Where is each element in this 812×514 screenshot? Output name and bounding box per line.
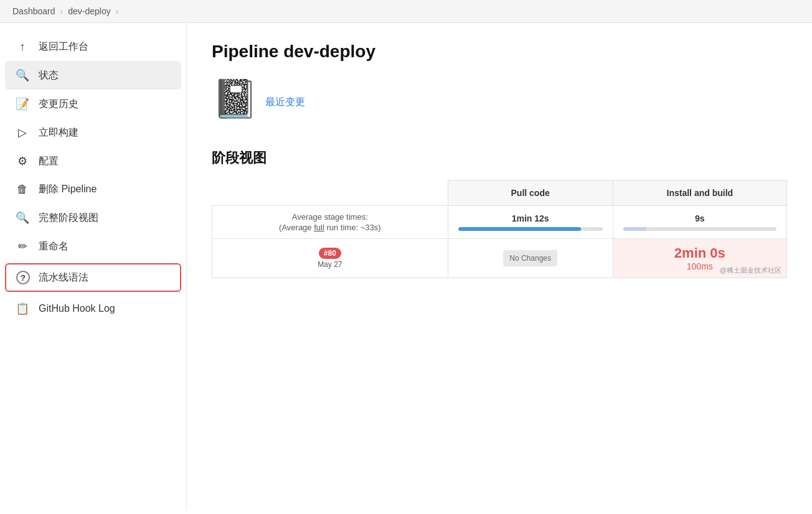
- build-time-1: 2min 0s: [674, 245, 725, 261]
- sidebar-item-hooklog-label: GitHub Hook Log: [39, 303, 115, 314]
- sidebar-item-status[interactable]: 🔍 状态: [5, 61, 181, 90]
- search-icon-full: 🔍: [15, 211, 30, 225]
- sidebar-item-build[interactable]: ▷ 立即构建: [0, 118, 186, 147]
- sidebar-item-hooklog[interactable]: 📋 GitHub Hook Log: [0, 294, 186, 323]
- build-date: May 27: [222, 260, 438, 269]
- avg-time-install: 9s: [613, 206, 786, 239]
- log-icon: 📋: [15, 302, 30, 315]
- build-time1-cell: 2min 0s 100ms @稀土掘金技术社区: [613, 239, 786, 278]
- avg-row: Average stage times: (Average full run t…: [212, 206, 787, 239]
- notepad-icon-sidebar: 📝: [15, 97, 30, 111]
- main-content: Pipeline dev-deploy 📓 最近变更 阶段视图 Pull cod…: [187, 23, 812, 510]
- back-icon: ↑: [15, 40, 30, 54]
- build-changes-cell: No Changes: [448, 239, 613, 278]
- stage-view-title: 阶段视图: [212, 149, 787, 167]
- question-icon: ?: [16, 271, 30, 284]
- sidebar-item-rename-label: 重命名: [39, 240, 68, 253]
- no-changes-label: No Changes: [503, 250, 557, 266]
- build-time-2: 100ms: [687, 261, 713, 271]
- sidebar-item-config[interactable]: ⚙ 配置: [0, 147, 186, 175]
- sidebar-item-config-label: 配置: [39, 155, 59, 168]
- stage-table-wrapper: Pull code Install and build Average stag…: [212, 180, 787, 278]
- sidebar-item-syntax-label: 流水线语法: [39, 271, 88, 284]
- sidebar-item-fullstage[interactable]: 🔍 完整阶段视图: [0, 203, 186, 232]
- sidebar-item-back[interactable]: ↑ 返回工作台: [0, 33, 186, 61]
- sidebar-item-syntax[interactable]: ? 流水线语法: [5, 263, 181, 292]
- sidebar-item-build-label: 立即构建: [39, 126, 78, 139]
- sidebar-item-back-label: 返回工作台: [39, 40, 88, 54]
- pencil-icon: ✏: [15, 240, 30, 253]
- breadcrumb-sep-1: ›: [60, 6, 64, 16]
- trash-icon: 🗑: [15, 183, 30, 196]
- build-badge-80[interactable]: #80: [319, 248, 341, 259]
- stage-table: Pull code Install and build Average stag…: [212, 180, 787, 278]
- page-title: Pipeline dev-deploy: [212, 42, 787, 62]
- breadcrumb-sep-2: ›: [116, 6, 119, 16]
- breadcrumb-dashboard[interactable]: Dashboard: [12, 6, 55, 16]
- watermark: @稀土掘金技术社区: [720, 266, 781, 275]
- col-install-build: Install and build: [613, 180, 786, 206]
- sidebar-item-status-label: 状态: [39, 69, 59, 82]
- sidebar-item-history[interactable]: 📝 变更历史: [0, 90, 186, 118]
- recent-changes-link[interactable]: 最近变更: [265, 96, 305, 109]
- build-info-cell: #80 May 27: [212, 239, 448, 278]
- avg-time-pull: 1min 12s: [448, 206, 613, 239]
- build-row-80: #80 May 27 No Changes 2min 0s 100ms @稀土掘…: [212, 239, 787, 278]
- sidebar-item-history-label: 变更历史: [39, 98, 78, 111]
- gear-icon: ⚙: [15, 154, 30, 168]
- sidebar-item-delete[interactable]: 🗑 删除 Pipeline: [0, 175, 186, 203]
- play-icon: ▷: [15, 126, 30, 139]
- sidebar-item-rename[interactable]: ✏ 重命名: [0, 232, 186, 261]
- sidebar-item-fullstage-label: 完整阶段视图: [39, 212, 98, 225]
- search-icon-status: 🔍: [15, 68, 30, 82]
- breadcrumb-dev-deploy[interactable]: dev-deploy: [68, 6, 111, 16]
- recent-changes-section: 📓 最近变更: [212, 80, 787, 124]
- sidebar-item-delete-label: 删除 Pipeline: [39, 183, 97, 196]
- sidebar: ↑ 返回工作台 🔍 状态 📝 变更历史 ▷ 立即构建 ⚙ 配置 🗑 删除 Pip…: [0, 23, 187, 510]
- avg-label-cell: Average stage times: (Average full run t…: [212, 206, 448, 239]
- col-pull-code: Pull code: [448, 180, 613, 206]
- main-layout: ↑ 返回工作台 🔍 状态 📝 变更历史 ▷ 立即构建 ⚙ 配置 🗑 删除 Pip…: [0, 23, 812, 510]
- breadcrumb: Dashboard › dev-deploy ›: [0, 0, 812, 23]
- notepad-emoji: 📓: [212, 80, 255, 124]
